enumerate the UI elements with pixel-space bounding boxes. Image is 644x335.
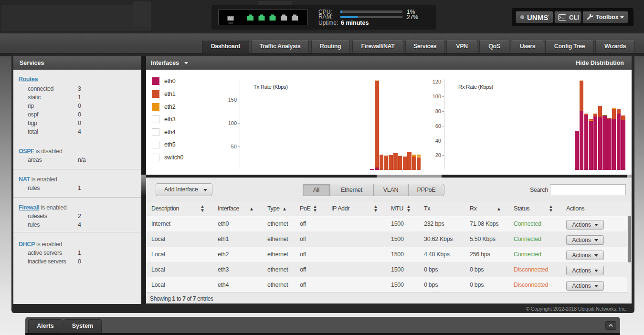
svg-text:SFP: SFP xyxy=(228,22,233,25)
